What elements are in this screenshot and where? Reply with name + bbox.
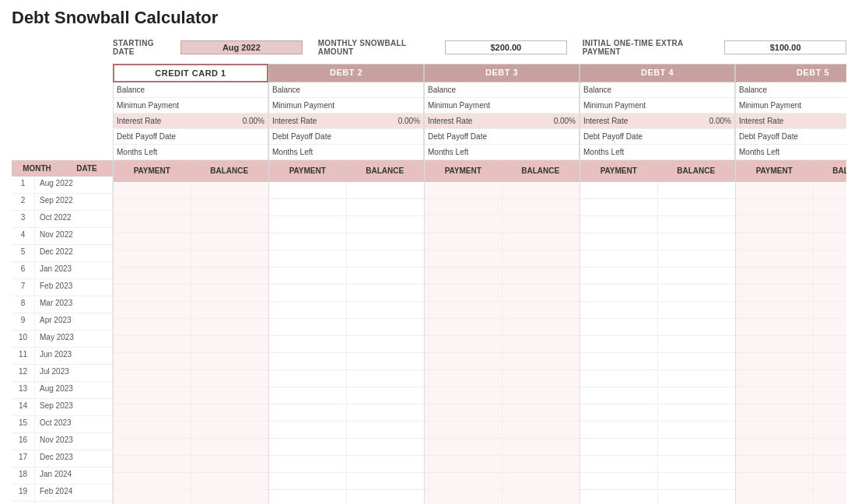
month-col-header: MONTH [12,161,62,176]
debt-data-cell-1-13-1 [347,404,424,421]
debt-data-cell-2-8-1 [503,319,580,335]
info-block-1: BalanceMinimun PaymentInterest Rate0.00%… [268,82,424,160]
debt-data-cell-1-13-0 [269,404,347,421]
list-item [580,473,735,490]
debt-data-cell-0-0-0 [114,182,191,198]
list-item [425,370,580,387]
debt-data-cell-1-9-1 [347,336,424,352]
info-row-3-2: Interest Rate0.00% [580,114,734,129]
info-value-1-2: 0.00% [398,117,420,125]
debt-data-cell-2-6-0 [425,285,503,301]
debt-data-cell-2-1-0 [425,199,503,215]
list-item [425,319,580,336]
debt-data-cell-1-6-1 [347,285,424,301]
month-number-cell: 10 [12,331,35,347]
debt-data-cell-4-17-1 [814,473,846,489]
debt-data-cell-4-12-0 [736,387,814,404]
list-item [736,404,846,422]
debt-data-cell-0-8-0 [114,319,191,335]
list-item [580,199,735,216]
debt-data-cell-3-16-0 [580,456,658,472]
debt-data-cell-1-8-1 [347,319,424,335]
debt-data-cell-4-8-0 [736,319,814,335]
info-label-2-0: Balance [428,86,576,94]
debt-data-cell-3-13-0 [580,404,658,421]
debt-col-group-1: PAYMENTBALANCE [268,160,424,504]
initial-payment-group: INITIAL ONE-TIME EXTRA PAYMENT [583,39,846,56]
list-item [736,302,846,319]
initial-payment-input[interactable] [724,40,846,54]
debt-data-cell-2-18-1 [503,490,580,504]
debt-data-cell-4-13-1 [814,404,846,421]
list-item [114,302,268,319]
list-item [114,456,268,473]
debt-data-cell-3-1-1 [658,199,735,215]
info-row-4-4: Months Left [736,145,846,160]
list-item [580,404,735,422]
debt-data-cell-0-18-1 [191,490,268,504]
debt-data-cell-4-1-0 [736,199,814,215]
info-label-3-2: Interest Rate [583,117,709,125]
debt-col-group-2: PAYMENTBALANCE [424,160,580,504]
debt-data-cell-1-3-0 [269,233,347,250]
starting-date-input[interactable] [180,40,303,54]
debt-data-cell-0-5-1 [191,268,268,284]
debt-data-cell-2-16-0 [425,456,503,472]
debt-data-cell-0-12-1 [191,387,268,404]
month-number-cell: 5 [12,245,35,261]
monthly-snowball-input[interactable] [445,40,567,54]
info-row-3-3: Debt Payoff Date [580,129,734,145]
date-cell: Aug 2023 [35,382,113,398]
debt-data-cell-4-4-1 [814,250,846,267]
date-cell: Sep 2023 [35,399,113,415]
list-item [425,404,580,422]
date-cell: Nov 2022 [35,228,113,244]
list-item [114,370,268,387]
date-cell: Feb 2024 [35,485,113,501]
list-item [269,473,424,490]
debt-data-cell-0-16-0 [114,456,191,472]
debt-data-cell-0-17-1 [191,473,268,489]
list-item [114,285,268,302]
table-row: 17Dec 2023 [12,450,113,467]
month-number-cell: 6 [12,262,35,278]
list-item [736,319,846,336]
date-cell: Nov 2023 [35,433,113,450]
list-item [580,370,735,387]
list-item [114,250,268,268]
debt-data-cell-0-7-0 [114,302,191,318]
debt-col-header-0-0: PAYMENT [114,163,191,178]
debt-data-cell-4-13-0 [736,404,814,421]
debt-data-cell-3-7-0 [580,302,658,318]
info-label-4-3: Debt Payoff Date [739,132,846,141]
list-item [269,370,424,387]
debt-data-cell-4-14-1 [814,422,846,438]
debt-data-cell-0-1-1 [191,199,268,215]
list-item [425,473,580,490]
date-cell: Aug 2022 [35,177,113,193]
table-row: 19Feb 2024 [12,485,113,502]
debt-data-cell-2-7-0 [425,302,503,318]
info-row-2-4: Months Left [425,145,579,160]
debt-data-cell-3-15-0 [580,439,658,455]
info-label-2-2: Interest Rate [428,117,554,125]
debt-data-cell-2-13-1 [503,404,580,421]
debt-data-cell-2-11-1 [503,370,580,387]
debt-data-cell-2-10-0 [425,353,503,369]
debt-data-cell-2-4-1 [503,250,580,267]
info-row-3-0: Balance [580,82,734,98]
debt-data-cell-1-16-1 [347,456,424,472]
debt-col-header-1-0: PAYMENT [269,163,347,178]
info-label-1-1: Minimun Payment [272,101,420,110]
date-cell: Apr 2023 [35,313,113,330]
debt-data-cell-1-15-0 [269,439,347,455]
debt-data-cell-3-13-1 [658,404,735,421]
debt-data-cell-3-14-0 [580,422,658,438]
list-item [580,336,735,353]
list-item [736,490,846,504]
list-item [425,302,580,319]
debt-data-cell-0-18-0 [114,490,191,504]
info-label-0-4: Months Left [117,148,264,156]
debt-data-cell-0-16-1 [191,456,268,472]
debt-data-cell-4-9-0 [736,336,814,352]
